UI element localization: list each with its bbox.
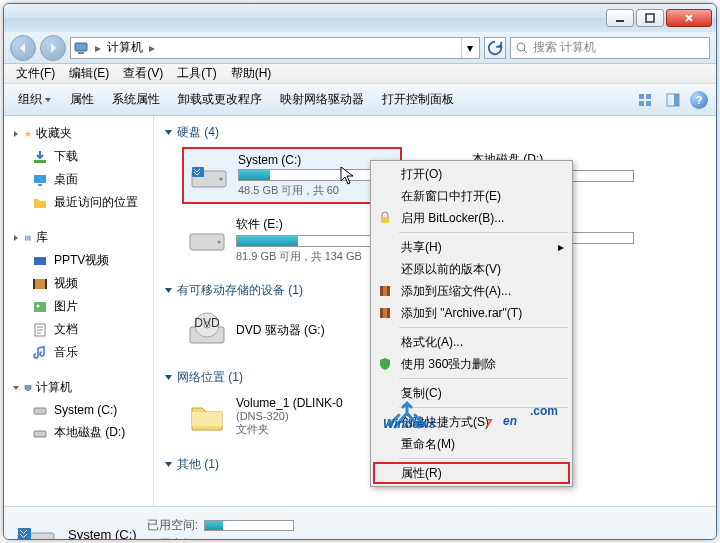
music-icon (32, 345, 48, 361)
tool-organize[interactable]: 组织 (12, 87, 58, 112)
menu-tools[interactable]: 工具(T) (171, 63, 222, 84)
ctx-rename[interactable]: 重命名(M) (373, 433, 570, 455)
ctx-copy[interactable]: 复制(C) (373, 382, 570, 404)
crumb-computer[interactable]: 计算机 (103, 39, 147, 56)
ctx-add-archive[interactable]: 添加到压缩文件(A)... (373, 280, 570, 302)
nav-bar: ▸ 计算机 ▸ ▾ 搜索 计算机 (4, 32, 716, 64)
sidebar-item-c[interactable]: System (C:) (4, 399, 153, 421)
titlebar (4, 4, 716, 32)
ctx-share[interactable]: 共享(H)▸ (373, 236, 570, 258)
net-name: Volume_1 (DLINK-0 (236, 396, 343, 410)
shield-icon (377, 356, 393, 372)
net-line3: 文件夹 (236, 422, 343, 437)
status-bar: System (C:) 已用空间: 可用空间:48.5 GB (4, 506, 716, 540)
drive-c[interactable]: System (C:) 48.5 GB 可用 , 共 60 (182, 147, 402, 204)
toolbar: 组织 属性 系统属性 卸载或更改程序 映射网络驱动器 打开控制面板 ? (4, 84, 716, 116)
svg-point-30 (220, 178, 223, 181)
tool-sysprops[interactable]: 系统属性 (106, 87, 166, 112)
address-bar[interactable]: ▸ 计算机 ▸ ▾ (70, 37, 480, 59)
ctx-bitlocker[interactable]: 启用 BitLocker(B)... (373, 207, 570, 229)
drive-e[interactable]: 软件 (E:) 81.9 GB 可用 , 共 134 GB (182, 212, 402, 268)
svg-rect-26 (34, 408, 46, 414)
menu-view[interactable]: 查看(V) (117, 63, 169, 84)
sidebar-libraries[interactable]: 库 (4, 226, 153, 249)
refresh-button[interactable] (484, 37, 506, 59)
sidebar-item-music[interactable]: 音乐 (4, 341, 153, 364)
menu-file[interactable]: 文件(F) (10, 63, 61, 84)
net-line2: (DNS-320) (236, 410, 343, 422)
view-button[interactable] (634, 89, 656, 111)
sidebar-computer[interactable]: 计算机 (4, 376, 153, 399)
svg-rect-14 (25, 235, 27, 240)
sidebar-item-pictures[interactable]: 图片 (4, 295, 153, 318)
crumb-sep: ▸ (93, 41, 103, 55)
sidebar-item-d[interactable]: 本地磁盘 (D:) (4, 421, 153, 444)
sidebar-item-pptv[interactable]: PPTV视频 (4, 249, 153, 272)
tool-properties[interactable]: 属性 (64, 87, 100, 112)
tool-uninstall[interactable]: 卸载或更改程序 (172, 87, 268, 112)
sidebar-item-desktop[interactable]: 桌面 (4, 168, 153, 191)
svg-rect-12 (34, 175, 46, 183)
cursor-icon (340, 166, 356, 186)
search-input[interactable]: 搜索 计算机 (510, 37, 710, 59)
back-button[interactable] (10, 35, 36, 61)
ctx-properties[interactable]: 属性(R) (373, 462, 570, 484)
svg-rect-18 (35, 279, 45, 289)
svg-rect-13 (38, 184, 42, 186)
svg-rect-21 (34, 302, 46, 312)
recent-icon (32, 195, 48, 211)
maximize-button[interactable] (636, 9, 664, 27)
svg-rect-17 (34, 257, 46, 265)
ctx-format[interactable]: 格式化(A)... (373, 331, 570, 353)
drive-icon (186, 216, 228, 258)
ctx-restore[interactable]: 还原以前的版本(V) (373, 258, 570, 280)
svg-rect-29 (192, 167, 204, 177)
svg-rect-46 (383, 286, 387, 296)
forward-button[interactable] (40, 35, 66, 61)
svg-rect-8 (646, 101, 651, 106)
sidebar: 收藏夹 下载 桌面 最近访问的位置 库 PPTV视频 视频 图片 文档 音乐 计… (4, 116, 154, 506)
svg-rect-3 (78, 52, 84, 54)
doc-icon (32, 322, 48, 338)
ctx-open[interactable]: 打开(O) (373, 163, 570, 185)
address-dropdown[interactable]: ▾ (461, 38, 477, 58)
network-folder[interactable]: Volume_1 (DLINK-0 (DNS-320) 文件夹 (182, 392, 347, 442)
svg-rect-2 (75, 43, 87, 51)
sidebar-item-downloads[interactable]: 下载 (4, 145, 153, 168)
svg-rect-5 (639, 94, 644, 99)
drive-icon (32, 402, 48, 418)
status-bar-chart (204, 520, 294, 531)
sidebar-item-videos[interactable]: 视频 (4, 272, 153, 295)
ctx-shortcut[interactable]: 创建快捷方式(S) (373, 411, 570, 433)
close-button[interactable] (666, 9, 712, 27)
sidebar-favorites[interactable]: 收藏夹 (4, 122, 153, 145)
computer-icon (24, 384, 32, 392)
menu-bar: 文件(F) 编辑(E) 查看(V) 工具(T) 帮助(H) (4, 64, 716, 84)
computer-icon (73, 40, 89, 56)
download-icon (32, 149, 48, 165)
archive-icon (377, 305, 393, 321)
tool-controlpanel[interactable]: 打开控制面板 (376, 87, 460, 112)
section-hdd[interactable]: 硬盘 (4) (164, 122, 706, 143)
svg-rect-19 (33, 279, 35, 289)
ctx-add-rar[interactable]: 添加到 "Archive.rar"(T) (373, 302, 570, 324)
search-placeholder: 搜索 计算机 (533, 39, 596, 56)
ctx-open-new[interactable]: 在新窗口中打开(E) (373, 185, 570, 207)
minimize-button[interactable] (606, 9, 634, 27)
crumb-sep: ▸ (147, 41, 157, 55)
ctx-use-third[interactable]: 使用 360强力删除 (373, 353, 570, 375)
preview-button[interactable] (662, 89, 684, 111)
svg-rect-24 (25, 385, 31, 389)
svg-rect-20 (45, 279, 47, 289)
sidebar-item-documents[interactable]: 文档 (4, 318, 153, 341)
dvd-drive[interactable]: DVD DVD 驱动器 (G:) (182, 305, 329, 355)
sidebar-item-recent[interactable]: 最近访问的位置 (4, 191, 153, 214)
help-button[interactable]: ? (690, 91, 708, 109)
dvd-icon: DVD (186, 309, 228, 351)
menu-help[interactable]: 帮助(H) (225, 63, 278, 84)
svg-rect-0 (616, 20, 624, 22)
menu-edit[interactable]: 编辑(E) (63, 63, 115, 84)
tool-mapdrive[interactable]: 映射网络驱动器 (274, 87, 370, 112)
desktop-icon (32, 172, 48, 188)
status-free: 48.5 GB (204, 537, 248, 540)
